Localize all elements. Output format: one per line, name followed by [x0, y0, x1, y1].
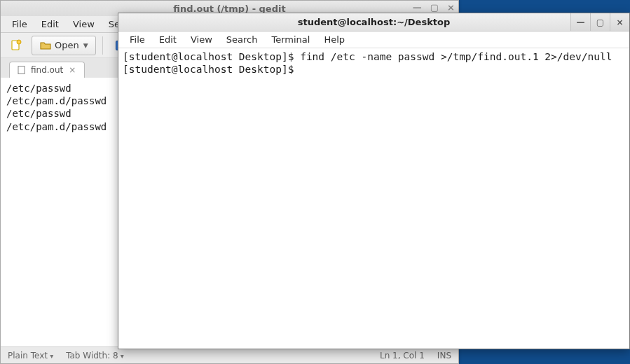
terminal-menu-help[interactable]: Help	[317, 32, 352, 47]
folder-open-icon	[39, 39, 52, 52]
terminal-menubar: File Edit View Search Terminal Help	[118, 31, 629, 48]
terminal-title: student@localhost:~/Desktop	[298, 17, 451, 27]
svg-point-1	[17, 40, 21, 44]
terminal-body[interactable]: [student@localhost Desktop]$ find /etc -…	[118, 48, 629, 349]
terminal-close-button[interactable]: ×	[610, 13, 629, 31]
svg-rect-4	[18, 66, 25, 74]
new-file-icon	[10, 39, 22, 52]
open-button[interactable]: Open ▼	[32, 36, 96, 55]
status-syntax[interactable]: Plain Text	[8, 351, 53, 360]
chevron-down-icon: ▼	[83, 42, 88, 49]
tab-label: find.out	[31, 65, 63, 75]
gedit-menu-file[interactable]: File	[5, 17, 34, 31]
terminal-maximize-button[interactable]: ▢	[590, 13, 610, 31]
gedit-close-button[interactable]: ×	[447, 2, 455, 13]
terminal-menu-edit[interactable]: Edit	[152, 32, 184, 47]
terminal-menu-search[interactable]: Search	[219, 32, 265, 47]
gedit-minimize-button[interactable]: —	[413, 2, 422, 13]
new-document-button[interactable]	[5, 36, 27, 55]
status-ins: INS	[437, 351, 451, 360]
terminal-menu-terminal[interactable]: Terminal	[264, 32, 317, 47]
gedit-menu-view[interactable]: View	[66, 17, 102, 31]
terminal-window: student@localhost:~/Desktop — ▢ × File E…	[118, 13, 630, 349]
document-icon	[17, 65, 27, 75]
terminal-menu-file[interactable]: File	[123, 32, 152, 47]
status-cursor-pos: Ln 1, Col 1	[380, 351, 425, 360]
tab-find-out[interactable]: find.out ×	[9, 62, 85, 78]
status-tabwidth[interactable]: Tab Width: 8	[66, 351, 124, 360]
open-button-label: Open	[55, 40, 79, 50]
gedit-maximize-button[interactable]: ▢	[430, 2, 439, 13]
gedit-menu-edit[interactable]: Edit	[34, 17, 66, 31]
terminal-minimize-button[interactable]: —	[570, 13, 590, 31]
terminal-titlebar[interactable]: student@localhost:~/Desktop — ▢ ×	[118, 13, 629, 31]
terminal-menu-view[interactable]: View	[184, 32, 219, 47]
tab-close-icon[interactable]: ×	[67, 65, 77, 75]
toolbar-separator	[102, 36, 103, 55]
